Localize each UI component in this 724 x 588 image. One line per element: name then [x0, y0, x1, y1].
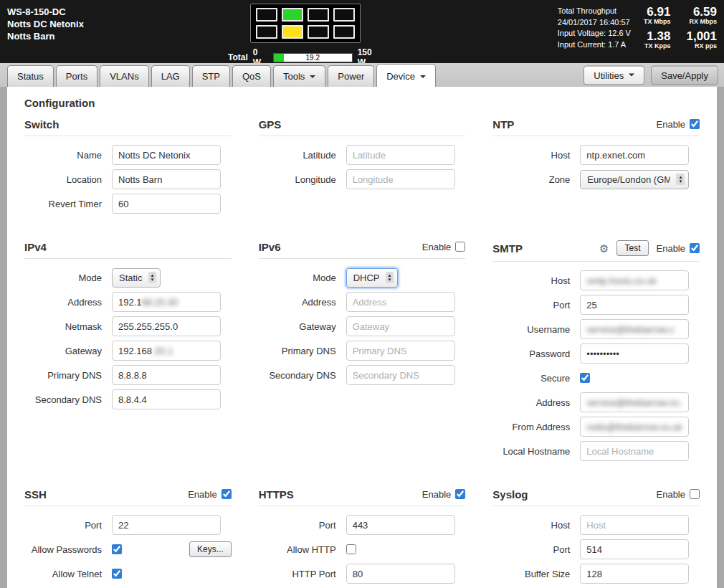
ssh-enable-checkbox[interactable]: [222, 489, 232, 499]
switch-location-label: Location: [24, 174, 112, 185]
smtp-address-input[interactable]: service@thebarrow.co.: [580, 392, 689, 412]
ntp-zone-select[interactable]: Europe/London (GMT0 ▲ ▼: [580, 170, 689, 189]
ntp-host-label: Host: [492, 150, 580, 161]
allow-http-checkbox[interactable]: [346, 544, 356, 554]
counter-unit: RX Mbps: [686, 18, 717, 25]
switch-location-input[interactable]: [112, 169, 221, 189]
ipv4-gateway-visible: 192.168: [118, 346, 152, 356]
tab-device[interactable]: Device: [376, 64, 436, 87]
ipv6-gateway-label: Gateway: [259, 321, 346, 332]
section-title: NTP: [492, 118, 514, 131]
tab-bar: Status Ports VLANs LAG STP QoS Tools Pow…: [0, 63, 724, 87]
field-row: Password: [492, 343, 700, 364]
section-smtp: SMTP ⚙ Test Enable Host smtp.hosts.co.uk…: [492, 240, 700, 465]
ssh-port-label: Port: [24, 520, 112, 531]
ipv6-mode-select[interactable]: DHCP ▲ ▼: [346, 268, 399, 288]
port-led-1[interactable]: [256, 8, 277, 22]
utilities-button[interactable]: Utilities: [584, 65, 644, 85]
port-led-2[interactable]: [282, 8, 303, 22]
allow-passwords-checkbox[interactable]: [112, 544, 122, 554]
section-header: Syslog Enable: [492, 488, 700, 506]
smtp-address-label: Address: [492, 397, 580, 408]
tab-label: Power: [338, 71, 364, 82]
save-apply-button[interactable]: Save/Apply: [651, 65, 718, 85]
tab-stp[interactable]: STP: [192, 65, 230, 87]
smtp-test-button[interactable]: Test: [616, 240, 648, 256]
ssh-keys-button[interactable]: Keys...: [189, 541, 232, 557]
ipv6-gateway-input[interactable]: [346, 316, 455, 336]
smtp-host-input[interactable]: smtp.hosts.co.uk: [580, 270, 689, 290]
tab-status[interactable]: Status: [7, 65, 54, 87]
switch-overview: Total 0 W 19.2 150 W: [228, 4, 382, 67]
tab-label: VLANs: [110, 71, 138, 82]
syslog-enable-checkbox[interactable]: [690, 489, 700, 499]
ipv4-gateway-redacted: .20.1: [152, 346, 173, 356]
longitude-input[interactable]: [346, 169, 455, 189]
http-port-input[interactable]: [346, 564, 455, 584]
tab-lag[interactable]: LAG: [151, 65, 190, 87]
tab-tools[interactable]: Tools: [273, 65, 325, 87]
switch-name-input[interactable]: [112, 145, 221, 165]
field-row: Primary DNS: [259, 340, 466, 361]
smtp-username-input[interactable]: service@thebarrow.c: [580, 319, 689, 339]
port-led-6[interactable]: [282, 25, 303, 39]
ipv4-address-input[interactable]: 192.168.20.30: [112, 292, 221, 312]
ipv4-secondary-dns-input[interactable]: [112, 389, 221, 409]
smtp-secure-checkbox[interactable]: [580, 373, 590, 383]
ntp-host-input[interactable]: [580, 145, 689, 165]
smtp-from-address-input[interactable]: notts@thebarrow.co.uk: [580, 417, 689, 437]
tab-label: Ports: [66, 71, 87, 82]
revert-timer-input[interactable]: [112, 194, 221, 214]
field-row: Port: [492, 539, 700, 560]
field-row: Location: [24, 169, 232, 190]
allow-telnet-checkbox[interactable]: [112, 569, 122, 579]
smtp-host-redacted: smtp.hosts.co.uk: [586, 275, 657, 286]
https-enable-checkbox[interactable]: [455, 489, 465, 499]
tab-power[interactable]: Power: [328, 65, 374, 87]
field-row: Gateway 192.168.20.1: [24, 340, 232, 361]
port-led-3[interactable]: [308, 8, 329, 22]
ipv4-netmask-input[interactable]: [112, 316, 221, 336]
syslog-port-input[interactable]: [580, 539, 689, 559]
smtp-password-input[interactable]: [580, 343, 689, 364]
smtp-enable: Enable: [657, 243, 700, 254]
ipv6-address-input[interactable]: [346, 292, 455, 312]
ipv4-gateway-input[interactable]: 192.168.20.1: [112, 341, 221, 361]
tab-ports[interactable]: Ports: [56, 65, 97, 87]
latitude-input[interactable]: [346, 145, 455, 165]
port-led-8[interactable]: [333, 25, 355, 39]
stepper-down-icon: ▼: [151, 278, 155, 282]
tab-qos[interactable]: QoS: [232, 65, 271, 87]
switch-ports-graphic[interactable]: [250, 4, 361, 43]
port-led-7[interactable]: [308, 25, 329, 39]
ipv6-enable-checkbox[interactable]: [455, 242, 465, 252]
ntp-enable-checkbox[interactable]: [690, 119, 700, 129]
syslog-enable: Enable: [657, 489, 700, 500]
ipv6-primary-dns-input[interactable]: [346, 341, 455, 361]
device-info-lines: Total Throughput 24/01/2017 16:40:57 Inp…: [558, 6, 631, 50]
ipv6-address-label: Address: [259, 297, 346, 308]
https-port-input[interactable]: [346, 515, 455, 535]
tab-vlans[interactable]: VLANs: [100, 65, 148, 87]
smtp-enable-checkbox[interactable]: [690, 243, 700, 253]
section-syslog: Syslog Enable Host Port Buffer Size NMS …: [492, 488, 700, 588]
switch-name-label: Name: [24, 150, 112, 161]
port-led-5[interactable]: [256, 25, 277, 39]
section-ntp: NTP Enable Host Zone Europe/London (GMT0…: [492, 118, 700, 217]
syslog-host-input[interactable]: [580, 515, 689, 535]
counter-unit: RX pps: [686, 42, 717, 49]
throughput-title: Total Throughput: [558, 6, 631, 17]
gear-icon[interactable]: ⚙: [599, 243, 609, 254]
port-led-4[interactable]: [333, 8, 355, 22]
ntp-enable: Enable: [657, 119, 700, 130]
smtp-port-input[interactable]: [580, 295, 689, 315]
revert-timer-label: Revert Timer: [24, 199, 112, 209]
smtp-local-hostname-input[interactable]: [580, 441, 689, 461]
buffer-size-input[interactable]: [580, 564, 689, 584]
ipv6-secondary-dns-input[interactable]: [346, 365, 455, 385]
ssh-port-input[interactable]: [112, 515, 221, 535]
ipv4-mode-select[interactable]: Static ▲ ▼: [112, 268, 161, 288]
ipv4-primary-dns-input[interactable]: [112, 365, 221, 385]
https-enable: Enable: [422, 489, 465, 500]
field-row: Allow HTTP: [259, 539, 466, 560]
